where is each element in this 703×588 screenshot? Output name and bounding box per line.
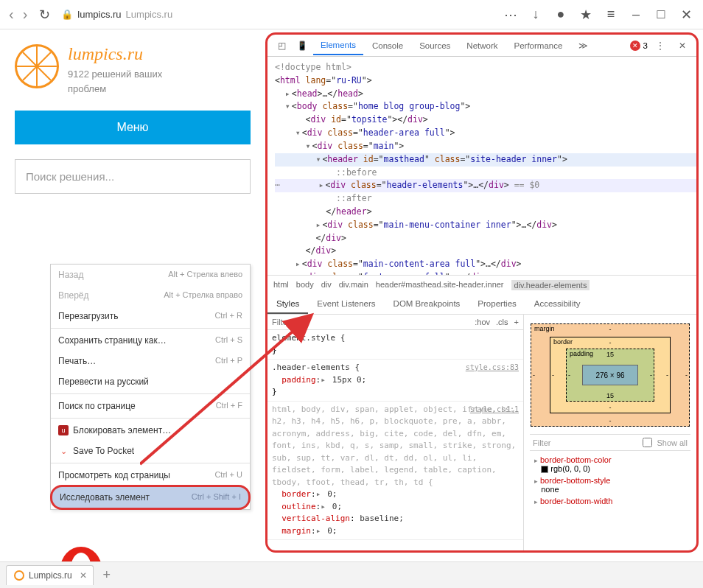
crumb-selected[interactable]: div.header-elements (511, 280, 590, 290)
ctx-reload[interactable]: ПерезагрузитьCtrl + R (51, 306, 250, 326)
computed-filter[interactable]: Filter (533, 438, 550, 447)
error-count: 3 (643, 41, 648, 50)
circle-icon[interactable]: ● (553, 7, 569, 23)
show-all-label: Show all (657, 438, 688, 447)
devtools-panel: ◰ 📱 Elements Console Sources Network Per… (265, 32, 699, 553)
computed-list[interactable]: ▸border-bottom-color rgb(0, 0, 0) ▸borde… (530, 451, 690, 510)
dots-icon[interactable]: ⋯ (503, 7, 519, 23)
tabs-overflow[interactable]: ≫ (571, 36, 595, 55)
lumpics-logo (15, 44, 59, 88)
breadcrumbs[interactable]: html body div div.main header#masthead.s… (267, 275, 696, 295)
url-domain: lumpics.ru (77, 9, 121, 20)
css-rules[interactable]: element.style {} style.css:83 .header-el… (267, 330, 523, 540)
styles-tab-props[interactable]: Properties (469, 295, 525, 314)
ctx-save-as[interactable]: Сохранить страницу как…Ctrl + S (51, 330, 250, 351)
add-rule[interactable]: + (514, 318, 519, 326)
devtools-close-icon[interactable]: ✕ (673, 37, 692, 55)
menu-button[interactable]: Меню (15, 111, 251, 144)
styles-filter[interactable] (272, 318, 469, 326)
tab-elements[interactable]: Elements (313, 36, 363, 55)
browser-toolbar: ‹ › ↻ 🔒 lumpics.ru Lumpics.ru ⋯ ↓ ● ★ ≡ … (0, 0, 703, 29)
source-link[interactable]: style.css:83 (466, 362, 519, 373)
crumb[interactable]: html (273, 280, 289, 290)
url-title: Lumpics.ru (126, 9, 173, 20)
show-all-checkbox[interactable] (643, 438, 652, 447)
inspect-icon[interactable]: ◰ (272, 37, 291, 55)
ctx-view-source[interactable]: Просмотреть код страницыCtrl + U (51, 465, 250, 486)
error-badge[interactable]: ✕ (630, 41, 640, 51)
search-input[interactable]: Поиск решения... (15, 159, 251, 194)
minimize-icon[interactable]: – (628, 7, 644, 23)
ctx-inspect-element[interactable]: Исследовать элементCtrl + Shift + I (50, 485, 251, 510)
dom-tree[interactable]: <!doctype html> <html lang="ru-RU"> ▸<he… (267, 57, 696, 275)
tab-title: Lumpics.ru (29, 570, 72, 581)
bookmark-icon[interactable]: ★ (578, 7, 594, 23)
tab-network[interactable]: Network (459, 37, 505, 55)
styles-tab-dombreak[interactable]: DOM Breakpoints (385, 295, 469, 314)
lock-icon: 🔒 (61, 9, 73, 20)
styles-tab-events[interactable]: Event Listeners (308, 295, 384, 314)
brand-title: lumpics.ru (68, 44, 162, 64)
styles-tab-styles[interactable]: Styles (267, 295, 308, 314)
pocket-icon: ⌄ (58, 446, 69, 456)
crumb[interactable]: header#masthead.site-header.inner (376, 280, 504, 290)
browser-tab[interactable]: Lumpics.ru ✕ (6, 565, 94, 585)
crumb[interactable]: div.main (339, 280, 368, 290)
hamburger-icon[interactable]: ≡ (603, 7, 619, 23)
ctx-find[interactable]: Поиск по страницеCtrl + F (51, 396, 250, 416)
forward-button[interactable]: › (23, 6, 28, 23)
tab-sources[interactable]: Sources (412, 37, 458, 55)
crumb[interactable]: body (296, 280, 314, 290)
ctx-block-element[interactable]: uБлокировать элемент… (51, 420, 250, 441)
browser-tabbar: Lumpics.ru ✕ + (0, 561, 703, 588)
new-tab-button[interactable]: + (98, 567, 116, 584)
tab-console[interactable]: Console (365, 37, 410, 55)
ctx-back[interactable]: НазадAlt + Стрелка влево (51, 265, 250, 285)
hov-toggle[interactable]: :hov (475, 318, 490, 326)
devtools-tabs: ◰ 📱 Elements Console Sources Network Per… (267, 35, 696, 57)
back-button[interactable]: ‹ (9, 6, 14, 23)
ctx-translate[interactable]: Перевести на русский (51, 371, 250, 392)
tab-close-icon[interactable]: ✕ (80, 570, 87, 581)
ctx-forward[interactable]: ВперёдAlt + Стрелка вправо (51, 285, 250, 306)
devtools-menu-icon[interactable]: ⋮ (651, 37, 670, 55)
download-icon[interactable]: ↓ (528, 7, 544, 23)
reload-icon[interactable]: ↻ (36, 7, 52, 23)
box-content: 276 × 96 (582, 365, 638, 385)
crumb[interactable]: div (321, 280, 332, 290)
ctx-save-pocket[interactable]: ⌄Save To Pocket (51, 441, 250, 461)
context-menu: НазадAlt + Стрелка влево ВперёдAlt + Стр… (50, 264, 251, 510)
tagline: 9122 решений ваших проблем (68, 67, 162, 96)
close-icon[interactable]: ✕ (678, 7, 694, 23)
ublock-icon: u (58, 425, 69, 435)
ctx-print[interactable]: Печать…Ctrl + P (51, 351, 250, 371)
styles-tab-a11y[interactable]: Accessibility (525, 295, 590, 314)
box-model: margin ---- border ---- padding 15 15 --… (531, 323, 690, 427)
source-link[interactable]: style.css:1 (470, 404, 519, 415)
tab-performance[interactable]: Performance (507, 37, 570, 55)
device-icon[interactable]: 📱 (293, 37, 312, 55)
styles-tabs: Styles Event Listeners DOM Breakpoints P… (267, 295, 696, 315)
address-bar[interactable]: 🔒 lumpics.ru Lumpics.ru (61, 9, 172, 20)
tab-favicon (14, 570, 24, 581)
maximize-icon[interactable]: □ (653, 7, 669, 23)
cls-toggle[interactable]: .cls (496, 318, 508, 326)
